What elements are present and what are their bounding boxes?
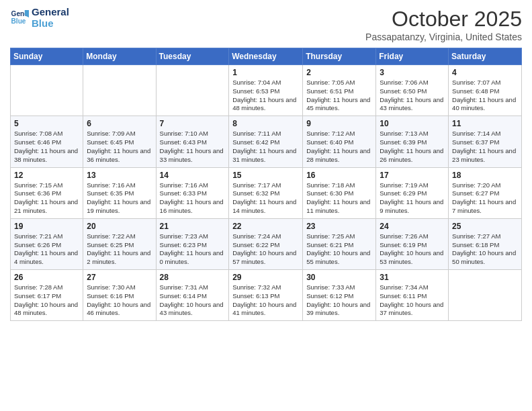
calendar-cell: 5Sunrise: 7:08 AM Sunset: 6:46 PM Daylig… <box>11 116 83 167</box>
weekday-header-sunday: Sunday <box>11 48 83 65</box>
day-info: Sunrise: 7:34 AM Sunset: 6:11 PM Dayligh… <box>380 283 445 318</box>
calendar-cell: 24Sunrise: 7:26 AM Sunset: 6:19 PM Dayli… <box>376 218 449 269</box>
calendar-cell: 2Sunrise: 7:05 AM Sunset: 6:51 PM Daylig… <box>303 65 376 116</box>
day-info: Sunrise: 7:14 AM Sunset: 6:37 PM Dayligh… <box>452 130 518 164</box>
calendar-cell: 6Sunrise: 7:09 AM Sunset: 6:45 PM Daylig… <box>83 116 156 167</box>
calendar-cell: 21Sunrise: 7:23 AM Sunset: 6:23 PM Dayli… <box>156 218 229 269</box>
day-number: 8 <box>232 119 299 128</box>
day-number: 27 <box>87 273 152 282</box>
calendar-cell: 18Sunrise: 7:20 AM Sunset: 6:27 PM Dayli… <box>449 167 522 218</box>
day-info: Sunrise: 7:32 AM Sunset: 6:13 PM Dayligh… <box>232 283 299 318</box>
calendar-cell: 14Sunrise: 7:16 AM Sunset: 6:33 PM Dayli… <box>156 167 229 218</box>
calendar-cell <box>449 270 522 321</box>
day-number: 21 <box>160 222 226 231</box>
day-number: 2 <box>306 68 372 77</box>
day-info: Sunrise: 7:06 AM Sunset: 6:50 PM Dayligh… <box>380 79 445 113</box>
calendar-cell: 22Sunrise: 7:24 AM Sunset: 6:22 PM Dayli… <box>229 218 303 269</box>
calendar-cell: 9Sunrise: 7:12 AM Sunset: 6:40 PM Daylig… <box>303 116 376 167</box>
day-info: Sunrise: 7:31 AM Sunset: 6:14 PM Dayligh… <box>160 283 226 318</box>
day-info: Sunrise: 7:17 AM Sunset: 6:32 PM Dayligh… <box>232 181 299 216</box>
day-info: Sunrise: 7:25 AM Sunset: 6:21 PM Dayligh… <box>306 232 372 267</box>
day-info: Sunrise: 7:26 AM Sunset: 6:19 PM Dayligh… <box>380 232 445 267</box>
day-info: Sunrise: 7:08 AM Sunset: 6:46 PM Dayligh… <box>14 130 79 164</box>
day-number: 25 <box>452 222 518 231</box>
day-info: Sunrise: 7:27 AM Sunset: 6:18 PM Dayligh… <box>452 232 518 267</box>
day-number: 10 <box>380 119 445 128</box>
calendar-cell: 28Sunrise: 7:31 AM Sunset: 6:14 PM Dayli… <box>156 270 229 321</box>
day-info: Sunrise: 7:09 AM Sunset: 6:45 PM Dayligh… <box>87 130 152 164</box>
logo-icon: General Blue <box>10 8 29 27</box>
day-number: 7 <box>160 119 226 128</box>
day-number: 13 <box>87 171 152 180</box>
day-info: Sunrise: 7:07 AM Sunset: 6:48 PM Dayligh… <box>452 79 518 113</box>
logo-general: General <box>32 7 69 18</box>
calendar-cell: 11Sunrise: 7:14 AM Sunset: 6:37 PM Dayli… <box>449 116 522 167</box>
day-number: 29 <box>232 273 299 282</box>
calendar-week-row: 19Sunrise: 7:21 AM Sunset: 6:26 PM Dayli… <box>11 218 522 269</box>
calendar-cell: 10Sunrise: 7:13 AM Sunset: 6:39 PM Dayli… <box>376 116 449 167</box>
calendar-week-row: 1Sunrise: 7:04 AM Sunset: 6:53 PM Daylig… <box>11 65 522 116</box>
day-info: Sunrise: 7:28 AM Sunset: 6:17 PM Dayligh… <box>14 283 79 318</box>
day-info: Sunrise: 7:33 AM Sunset: 6:12 PM Dayligh… <box>306 283 372 318</box>
month-title: October 2025 <box>365 7 522 32</box>
calendar-cell: 7Sunrise: 7:10 AM Sunset: 6:43 PM Daylig… <box>156 116 229 167</box>
calendar-header-row: SundayMondayTuesdayWednesdayThursdayFrid… <box>11 48 522 65</box>
day-number: 16 <box>306 171 372 180</box>
day-info: Sunrise: 7:10 AM Sunset: 6:43 PM Dayligh… <box>160 130 226 164</box>
calendar-week-row: 12Sunrise: 7:15 AM Sunset: 6:36 PM Dayli… <box>11 167 522 218</box>
day-info: Sunrise: 7:11 AM Sunset: 6:42 PM Dayligh… <box>232 130 299 164</box>
calendar-cell <box>11 65 83 116</box>
day-number: 22 <box>232 222 299 231</box>
calendar-cell <box>156 65 229 116</box>
day-info: Sunrise: 7:15 AM Sunset: 6:36 PM Dayligh… <box>14 181 79 216</box>
day-info: Sunrise: 7:24 AM Sunset: 6:22 PM Dayligh… <box>232 232 299 267</box>
calendar-cell: 25Sunrise: 7:27 AM Sunset: 6:18 PM Dayli… <box>449 218 522 269</box>
day-number: 20 <box>87 222 152 231</box>
calendar-cell: 23Sunrise: 7:25 AM Sunset: 6:21 PM Dayli… <box>303 218 376 269</box>
header: General Blue General Blue October 2025 P… <box>10 7 522 42</box>
day-info: Sunrise: 7:19 AM Sunset: 6:29 PM Dayligh… <box>380 181 445 216</box>
day-number: 1 <box>232 68 299 77</box>
day-number: 15 <box>232 171 299 180</box>
day-number: 14 <box>160 171 226 180</box>
title-block: October 2025 Passapatanzy, Virginia, Uni… <box>365 7 522 42</box>
weekday-header-monday: Monday <box>83 48 156 65</box>
day-info: Sunrise: 7:13 AM Sunset: 6:39 PM Dayligh… <box>380 130 445 164</box>
weekday-header-tuesday: Tuesday <box>156 48 229 65</box>
day-number: 6 <box>87 119 152 128</box>
day-info: Sunrise: 7:21 AM Sunset: 6:26 PM Dayligh… <box>14 232 79 267</box>
day-number: 9 <box>306 119 372 128</box>
day-info: Sunrise: 7:12 AM Sunset: 6:40 PM Dayligh… <box>306 130 372 164</box>
calendar-cell: 20Sunrise: 7:22 AM Sunset: 6:25 PM Dayli… <box>83 218 156 269</box>
calendar-cell: 12Sunrise: 7:15 AM Sunset: 6:36 PM Dayli… <box>11 167 83 218</box>
calendar-week-row: 5Sunrise: 7:08 AM Sunset: 6:46 PM Daylig… <box>11 116 522 167</box>
svg-text:Blue: Blue <box>11 17 26 24</box>
day-number: 28 <box>160 273 226 282</box>
day-number: 3 <box>380 68 445 77</box>
logo: General Blue General Blue <box>10 7 69 29</box>
day-number: 18 <box>452 171 518 180</box>
weekday-header-wednesday: Wednesday <box>229 48 303 65</box>
day-number: 17 <box>380 171 445 180</box>
day-info: Sunrise: 7:18 AM Sunset: 6:30 PM Dayligh… <box>306 181 372 216</box>
day-number: 30 <box>306 273 372 282</box>
day-number: 23 <box>306 222 372 231</box>
calendar-cell: 26Sunrise: 7:28 AM Sunset: 6:17 PM Dayli… <box>11 270 83 321</box>
calendar-cell <box>83 65 156 116</box>
day-info: Sunrise: 7:23 AM Sunset: 6:23 PM Dayligh… <box>160 232 226 267</box>
calendar-cell: 13Sunrise: 7:16 AM Sunset: 6:35 PM Dayli… <box>83 167 156 218</box>
day-number: 12 <box>14 171 79 180</box>
day-number: 24 <box>380 222 445 231</box>
weekday-header-friday: Friday <box>376 48 449 65</box>
calendar-cell: 19Sunrise: 7:21 AM Sunset: 6:26 PM Dayli… <box>11 218 83 269</box>
calendar-cell: 8Sunrise: 7:11 AM Sunset: 6:42 PM Daylig… <box>229 116 303 167</box>
calendar-table: SundayMondayTuesdayWednesdayThursdayFrid… <box>10 48 522 321</box>
calendar-week-row: 26Sunrise: 7:28 AM Sunset: 6:17 PM Dayli… <box>11 270 522 321</box>
page: General Blue General Blue October 2025 P… <box>0 0 532 411</box>
calendar-cell: 16Sunrise: 7:18 AM Sunset: 6:30 PM Dayli… <box>303 167 376 218</box>
weekday-header-thursday: Thursday <box>303 48 376 65</box>
calendar-cell: 4Sunrise: 7:07 AM Sunset: 6:48 PM Daylig… <box>449 65 522 116</box>
day-info: Sunrise: 7:16 AM Sunset: 6:33 PM Dayligh… <box>160 181 226 216</box>
calendar-cell: 17Sunrise: 7:19 AM Sunset: 6:29 PM Dayli… <box>376 167 449 218</box>
calendar-cell: 27Sunrise: 7:30 AM Sunset: 6:16 PM Dayli… <box>83 270 156 321</box>
